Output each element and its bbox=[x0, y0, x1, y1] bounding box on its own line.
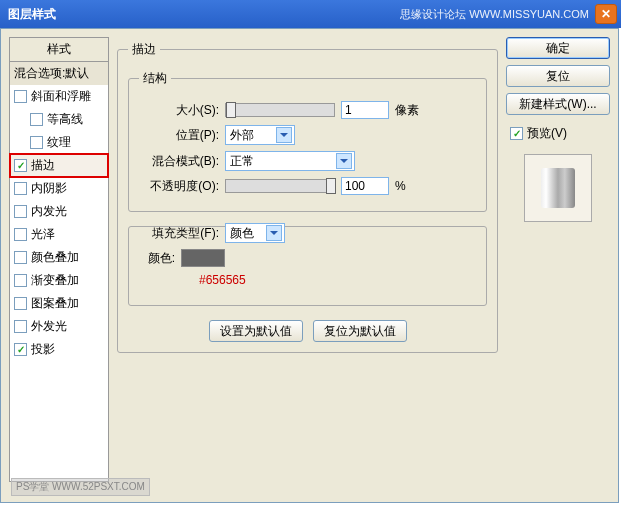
style-item[interactable]: 纹理 bbox=[10, 131, 108, 154]
style-item[interactable]: 描边 bbox=[10, 154, 108, 177]
stroke-legend: 描边 bbox=[128, 41, 160, 58]
opacity-input[interactable] bbox=[341, 177, 389, 195]
preview-box bbox=[524, 154, 592, 222]
close-button[interactable]: ✕ bbox=[595, 4, 617, 24]
style-checkbox[interactable] bbox=[14, 228, 27, 241]
style-item[interactable]: 内阴影 bbox=[10, 177, 108, 200]
filltype-label: 填充类型(F): bbox=[139, 225, 219, 242]
fill-group: 填充类型(F): 颜色 颜色: #656565 bbox=[128, 226, 487, 306]
preview-checkbox[interactable] bbox=[510, 127, 523, 140]
style-checkbox[interactable] bbox=[14, 320, 27, 333]
style-label: 图案叠加 bbox=[31, 295, 79, 312]
style-item[interactable]: 内发光 bbox=[10, 200, 108, 223]
style-item[interactable]: 颜色叠加 bbox=[10, 246, 108, 269]
chevron-down-icon bbox=[276, 127, 292, 143]
style-label: 纹理 bbox=[47, 134, 71, 151]
right-column: 确定 复位 新建样式(W)... 预览(V) bbox=[506, 37, 610, 494]
style-label: 内发光 bbox=[31, 203, 67, 220]
style-label: 颜色叠加 bbox=[31, 249, 79, 266]
blendmode-label: 混合模式(B): bbox=[139, 153, 219, 170]
size-label: 大小(S): bbox=[139, 102, 219, 119]
stroke-group: 描边 结构 大小(S): 像素 位置(P): 外部 混合 bbox=[117, 41, 498, 353]
new-style-button[interactable]: 新建样式(W)... bbox=[506, 93, 610, 115]
style-checkbox[interactable] bbox=[30, 113, 43, 126]
watermark: PS学堂 WWW.52PSXT.COM bbox=[11, 478, 150, 496]
style-label: 光泽 bbox=[31, 226, 55, 243]
chevron-down-icon bbox=[266, 225, 282, 241]
dialog-body: 样式 混合选项:默认 斜面和浮雕等高线纹理描边内阴影内发光光泽颜色叠加渐变叠加图… bbox=[0, 28, 619, 503]
style-checkbox[interactable] bbox=[14, 274, 27, 287]
style-checkbox[interactable] bbox=[14, 182, 27, 195]
blend-options-row[interactable]: 混合选项:默认 bbox=[10, 62, 108, 85]
style-label: 内阴影 bbox=[31, 180, 67, 197]
style-item[interactable]: 投影 bbox=[10, 338, 108, 361]
main-panel: 描边 结构 大小(S): 像素 位置(P): 外部 混合 bbox=[117, 37, 498, 494]
style-label: 投影 bbox=[31, 341, 55, 358]
opacity-slider[interactable] bbox=[225, 179, 335, 193]
position-label: 位置(P): bbox=[139, 127, 219, 144]
site-label: 思缘设计论坛 WWW.MISSYUAN.COM bbox=[400, 7, 589, 22]
preview-thumb bbox=[541, 168, 575, 208]
style-checkbox[interactable] bbox=[30, 136, 43, 149]
ok-button[interactable]: 确定 bbox=[506, 37, 610, 59]
styles-header: 样式 bbox=[10, 38, 108, 62]
position-dropdown[interactable]: 外部 bbox=[225, 125, 295, 145]
hex-value: #656565 bbox=[199, 273, 476, 287]
structure-legend: 结构 bbox=[139, 70, 171, 87]
style-item[interactable]: 光泽 bbox=[10, 223, 108, 246]
chevron-down-icon bbox=[336, 153, 352, 169]
reset-default-button[interactable]: 复位为默认值 bbox=[313, 320, 407, 342]
style-item[interactable]: 图案叠加 bbox=[10, 292, 108, 315]
style-item[interactable]: 等高线 bbox=[10, 108, 108, 131]
filltype-dropdown[interactable]: 颜色 bbox=[225, 223, 285, 243]
set-default-button[interactable]: 设置为默认值 bbox=[209, 320, 303, 342]
title-bar: 图层样式 思缘设计论坛 WWW.MISSYUAN.COM ✕ bbox=[0, 0, 621, 28]
blendmode-row: 混合模式(B): 正常 bbox=[139, 151, 476, 171]
size-input[interactable] bbox=[341, 101, 389, 119]
color-row: 颜色: bbox=[139, 249, 476, 267]
preview-toggle[interactable]: 预览(V) bbox=[510, 125, 610, 142]
style-item[interactable]: 外发光 bbox=[10, 315, 108, 338]
position-row: 位置(P): 外部 bbox=[139, 125, 476, 145]
style-checkbox[interactable] bbox=[14, 343, 27, 356]
size-slider[interactable] bbox=[225, 103, 335, 117]
style-label: 外发光 bbox=[31, 318, 67, 335]
pct-label: % bbox=[395, 179, 406, 193]
style-label: 斜面和浮雕 bbox=[31, 88, 91, 105]
style-label: 描边 bbox=[31, 157, 55, 174]
style-label: 渐变叠加 bbox=[31, 272, 79, 289]
preview-label: 预览(V) bbox=[527, 125, 567, 142]
style-checkbox[interactable] bbox=[14, 205, 27, 218]
style-checkbox[interactable] bbox=[14, 297, 27, 310]
filltype-row: 填充类型(F): 颜色 bbox=[139, 223, 476, 243]
style-checkbox[interactable] bbox=[14, 159, 27, 172]
style-checkbox[interactable] bbox=[14, 90, 27, 103]
window-title: 图层样式 bbox=[8, 6, 400, 23]
opacity-row: 不透明度(O): % bbox=[139, 177, 476, 195]
blendmode-dropdown[interactable]: 正常 bbox=[225, 151, 355, 171]
structure-group: 结构 大小(S): 像素 位置(P): 外部 混合模式(B): bbox=[128, 70, 487, 212]
style-item[interactable]: 斜面和浮雕 bbox=[10, 85, 108, 108]
color-label: 颜色: bbox=[139, 250, 175, 267]
cancel-button[interactable]: 复位 bbox=[506, 65, 610, 87]
styles-list: 样式 混合选项:默认 斜面和浮雕等高线纹理描边内阴影内发光光泽颜色叠加渐变叠加图… bbox=[9, 37, 109, 482]
style-item[interactable]: 渐变叠加 bbox=[10, 269, 108, 292]
opacity-label: 不透明度(O): bbox=[139, 178, 219, 195]
color-swatch[interactable] bbox=[181, 249, 225, 267]
style-checkbox[interactable] bbox=[14, 251, 27, 264]
px-label: 像素 bbox=[395, 102, 419, 119]
size-row: 大小(S): 像素 bbox=[139, 101, 476, 119]
default-buttons: 设置为默认值 复位为默认值 bbox=[128, 320, 487, 342]
style-label: 等高线 bbox=[47, 111, 83, 128]
